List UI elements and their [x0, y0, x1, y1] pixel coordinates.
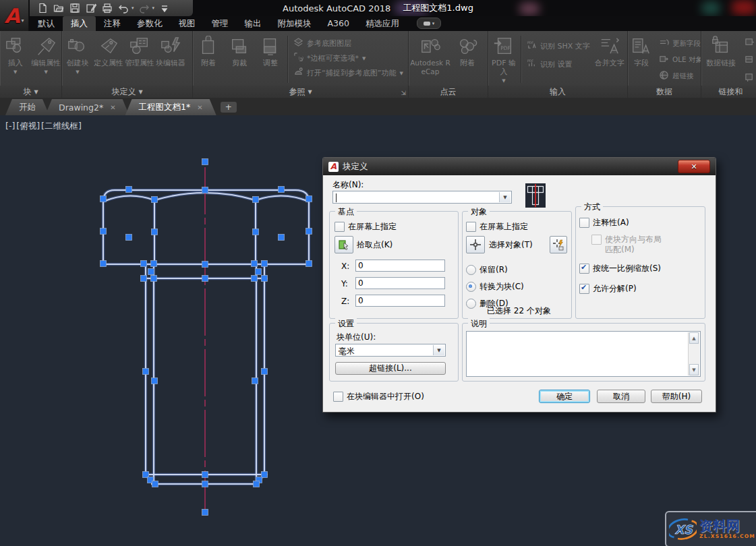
ribbon-tab-5[interactable]: 视图	[171, 16, 204, 31]
ribbon-tab-7[interactable]: 输出	[237, 16, 270, 31]
file-tab-2[interactable]: Drawing2*✕	[45, 99, 129, 115]
convert-to-block-radio[interactable]: 转换为块(C)	[466, 281, 524, 293]
new-drawing-tab-button[interactable]: +	[221, 102, 237, 113]
print-icon[interactable]	[101, 2, 113, 14]
redo-dropdown-icon[interactable]: ▾	[152, 5, 155, 11]
ribbon-tab-6[interactable]: 管理	[204, 16, 237, 31]
grip[interactable]	[141, 261, 147, 267]
grip[interactable]	[202, 472, 208, 478]
insert-block-button[interactable]: 插入 ▼	[0, 33, 31, 86]
annotative-checkbox[interactable]: 注释性(A)	[579, 217, 629, 229]
combine-text-button[interactable]: 合并文字	[594, 33, 625, 86]
grip[interactable]	[256, 269, 262, 275]
grip[interactable]	[202, 510, 208, 516]
panel-label-block-definition[interactable]: 块定义▼	[62, 86, 192, 98]
radio-circle[interactable]	[466, 265, 476, 275]
checkbox-box[interactable]	[579, 218, 589, 228]
viewport-minus-control[interactable]: [-]	[5, 121, 15, 132]
panel-label-point-cloud[interactable]: 点云	[409, 86, 488, 98]
extract-data-icon[interactable]	[745, 37, 755, 49]
panel-label-data[interactable]: 数据	[628, 86, 701, 98]
point-cloud-attach-button[interactable]: 附着	[452, 33, 483, 86]
dialog-close-button[interactable]: ✕	[678, 160, 710, 173]
checkbox-box[interactable]	[579, 264, 589, 274]
grip[interactable]	[262, 369, 268, 375]
redo-icon[interactable]	[138, 2, 150, 14]
grip[interactable]	[100, 196, 107, 202]
quick-select-button[interactable]	[550, 236, 567, 253]
grip[interactable]	[279, 187, 285, 193]
save-as-icon[interactable]	[85, 2, 97, 14]
grip[interactable]	[262, 276, 268, 282]
allow-exploding-checkbox[interactable]: 允许分解(P)	[579, 283, 637, 295]
tab-close-icon[interactable]: ✕	[197, 104, 202, 111]
link-table-icon[interactable]	[745, 55, 755, 67]
checkbox-box[interactable]	[579, 284, 589, 294]
grip[interactable]	[306, 229, 312, 235]
grip[interactable]	[202, 159, 208, 165]
download-link-icon[interactable]	[745, 72, 755, 84]
ribbon-tab-3[interactable]: 注释	[96, 16, 129, 31]
block-editor-button[interactable]: 块编辑器	[155, 33, 186, 86]
ribbon-tab-4[interactable]: 参数化	[129, 16, 171, 31]
grip[interactable]	[152, 378, 158, 384]
grip[interactable]	[253, 197, 259, 203]
create-block-button[interactable]: 创建块 ▼	[62, 33, 93, 86]
dialog-title-bar[interactable]: A 块定义 ✕	[323, 158, 716, 175]
recognition-settings-row[interactable]: PDF 识别 设置	[527, 58, 590, 70]
application-menu-button[interactable]: A ▾	[0, 0, 29, 31]
z-coordinate-field[interactable]	[355, 295, 445, 307]
pick-point-button[interactable]	[335, 236, 353, 253]
grip[interactable]	[151, 276, 157, 282]
grip[interactable]	[252, 261, 258, 267]
file-tab-1[interactable]: 开始	[5, 99, 49, 115]
grip[interactable]	[254, 481, 260, 487]
reference-clip-button[interactable]: 剪裁	[224, 33, 255, 86]
grip[interactable]	[202, 276, 208, 282]
save-icon[interactable]	[69, 2, 81, 14]
reference-adjust-button[interactable]: 调整	[255, 33, 286, 86]
scroll-down-icon[interactable]: ▼	[689, 364, 699, 375]
grip[interactable]	[143, 369, 149, 375]
grip[interactable]	[148, 269, 154, 275]
hyperlink-row[interactable]: 超链接	[659, 70, 701, 82]
ribbon-tab-1[interactable]: 默认	[30, 16, 63, 31]
ribbon-tab-8[interactable]: 附加模块	[270, 16, 320, 31]
frame-options-row[interactable]: (x) *边框可变选项* ▼	[293, 52, 403, 64]
new-file-icon[interactable]	[36, 2, 49, 14]
recognize-shx-row[interactable]: PDF 识别 SHX 文字	[527, 40, 590, 52]
unit-dropdown-button[interactable]: ▼	[433, 345, 444, 355]
grip[interactable]	[152, 197, 158, 203]
grip[interactable]	[279, 235, 285, 241]
y-coordinate-field[interactable]	[355, 277, 445, 289]
ribbon-tab-9[interactable]: A360	[320, 16, 357, 31]
ok-button[interactable]: 确定	[539, 390, 590, 403]
file-tab-3[interactable]: 工程图文档1*✕	[125, 99, 216, 115]
ribbon-tab-10[interactable]: 精选应用	[357, 16, 407, 31]
hyperlink-button[interactable]: 超链接(L)...	[335, 362, 446, 375]
grip[interactable]	[202, 187, 208, 193]
dialog-launcher-icon[interactable]: ⇲	[401, 90, 406, 96]
ribbon-display-toggle[interactable]: ▾	[417, 18, 441, 29]
autodesk-recap-button[interactable]: Autodesk ReCap	[409, 33, 452, 86]
radio-circle[interactable]	[466, 299, 476, 309]
grip[interactable]	[141, 276, 147, 282]
open-file-icon[interactable]	[53, 2, 65, 14]
name-dropdown-button[interactable]: ▼	[499, 192, 511, 202]
define-attributes-button[interactable]: 定义属性	[93, 33, 124, 86]
grip[interactable]	[151, 261, 157, 267]
grip[interactable]	[202, 262, 208, 268]
snap-to-underlays-row[interactable]: 打开“捕捉到参考底图”功能 ▼	[293, 67, 403, 79]
data-link-button[interactable]: 数据链接	[701, 33, 740, 86]
reference-attach-button[interactable]: 附着	[193, 33, 224, 86]
panel-label-linking[interactable]: 链接和	[701, 86, 756, 98]
grip[interactable]	[306, 196, 312, 202]
checkbox-box[interactable]	[335, 222, 345, 232]
x-coordinate-field[interactable]	[355, 260, 445, 272]
grip[interactable]	[100, 229, 107, 235]
basepoint-specify-checkbox[interactable]: 在屏幕上指定	[335, 221, 397, 233]
panel-label-block[interactable]: 块▼	[0, 86, 61, 98]
grip[interactable]	[126, 235, 132, 241]
field-button[interactable]: 字段	[628, 33, 655, 86]
title-bar[interactable]: Autodesk AutoCAD 2018 工程图文档1.dwg ▾ ▾	[0, 0, 756, 16]
